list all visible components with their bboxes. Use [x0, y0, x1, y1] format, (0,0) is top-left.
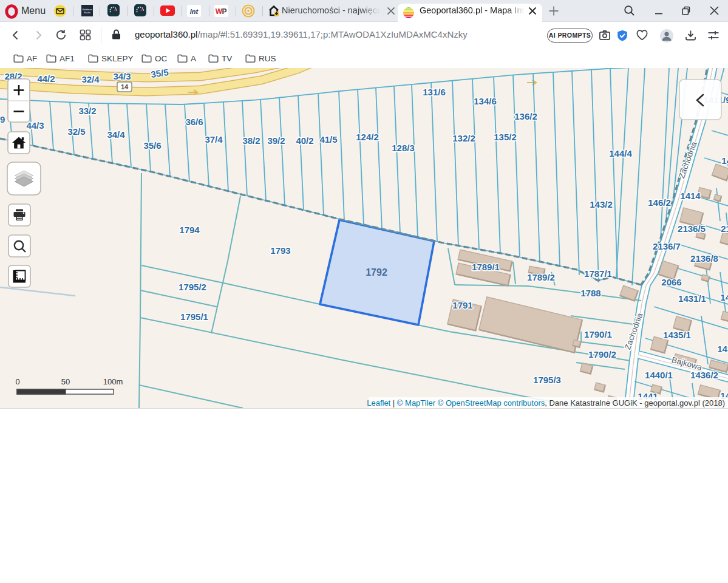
- svg-text:44/3: 44/3: [26, 120, 44, 131]
- svg-text:1430: 1430: [720, 292, 728, 302]
- svg-text:146/2: 146/2: [648, 197, 671, 208]
- svg-text:37/4: 37/4: [205, 134, 223, 145]
- svg-text:39/2: 39/2: [267, 135, 285, 146]
- svg-text:100m: 100m: [103, 377, 123, 386]
- svg-text:3/9: 3/9: [0, 114, 5, 124]
- svg-text:131/6: 131/6: [423, 87, 446, 97]
- svg-text:1435/: 1435/: [717, 344, 728, 354]
- svg-text:2136/7: 2136/7: [653, 241, 681, 251]
- svg-text:1792: 1792: [366, 267, 387, 278]
- svg-text:50: 50: [61, 377, 70, 386]
- svg-text:40/2: 40/2: [296, 135, 313, 146]
- svg-text:2136/5: 2136/5: [678, 223, 706, 234]
- svg-text:2136/8: 2136/8: [690, 253, 718, 264]
- svg-text:32/4: 32/4: [81, 74, 100, 84]
- svg-text:132/2: 132/2: [452, 133, 475, 143]
- svg-text:1788: 1788: [580, 288, 600, 298]
- svg-text:1435/1: 1435/1: [663, 330, 691, 340]
- svg-text:135/2: 135/2: [494, 132, 517, 142]
- svg-text:36/6: 36/6: [185, 117, 203, 127]
- svg-text:1431/1: 1431/1: [678, 293, 706, 304]
- svg-text:2136/: 2136/: [721, 223, 728, 234]
- svg-text:1793: 1793: [270, 245, 290, 256]
- svg-text:1795/3: 1795/3: [533, 375, 561, 385]
- svg-text:1790/1: 1790/1: [584, 329, 612, 339]
- svg-text:Sachs: Sachs: [84, 11, 90, 14]
- svg-text:int: int: [190, 8, 199, 15]
- svg-text:14: 14: [121, 83, 129, 90]
- svg-text:Leaflet | © MapTiler © OpenStr: Leaflet | © MapTiler © OpenStreetMap con…: [367, 398, 725, 407]
- svg-text:0: 0: [15, 377, 19, 386]
- svg-text:P: P: [222, 7, 226, 16]
- svg-text:1794: 1794: [179, 225, 200, 235]
- svg-text:41/5: 41/5: [319, 134, 337, 145]
- svg-text:38/2: 38/2: [242, 135, 260, 146]
- svg-text:1414: 1414: [680, 191, 701, 201]
- svg-text:2066: 2066: [661, 277, 681, 287]
- svg-text:34/4: 34/4: [107, 129, 125, 140]
- svg-text:143/2: 143/2: [590, 199, 613, 210]
- svg-text:134/6: 134/6: [474, 96, 497, 106]
- svg-text:1795/2: 1795/2: [179, 282, 206, 292]
- svg-text:35/6: 35/6: [143, 140, 161, 151]
- svg-text:1436/2: 1436/2: [690, 370, 718, 380]
- svg-text:1790/2: 1790/2: [588, 349, 616, 360]
- svg-text:32/5: 32/5: [67, 126, 85, 137]
- svg-text:1413: 1413: [721, 155, 728, 166]
- svg-text:1440/1: 1440/1: [645, 370, 673, 380]
- svg-text:136/2: 136/2: [514, 111, 537, 121]
- svg-text:1787/1: 1787/1: [584, 268, 612, 279]
- svg-text:1791: 1791: [452, 300, 472, 310]
- svg-text:33/2: 33/2: [78, 106, 96, 116]
- svg-text:128/3: 128/3: [392, 143, 415, 153]
- svg-text:1789/2: 1789/2: [527, 272, 555, 282]
- svg-text:1789/1: 1789/1: [472, 262, 500, 272]
- svg-text:1795/1: 1795/1: [180, 312, 208, 322]
- svg-text:144/4: 144/4: [609, 148, 632, 159]
- svg-text:124/2: 124/2: [356, 132, 379, 142]
- svg-text:44/2: 44/2: [37, 73, 55, 84]
- svg-text:34/3: 34/3: [113, 71, 131, 81]
